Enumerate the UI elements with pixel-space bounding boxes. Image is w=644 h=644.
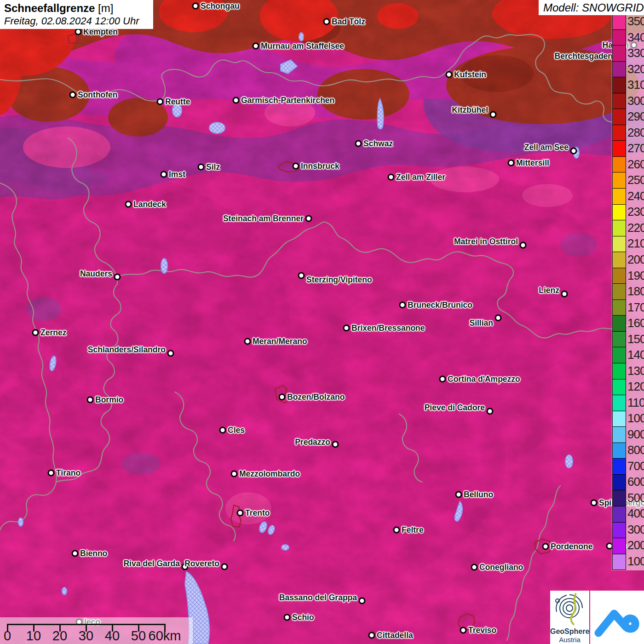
colorbar-value-1000: 1000 (627, 410, 644, 426)
city-dot-sterzing-vipiteno (298, 272, 305, 279)
city-label-conegliano: Conegliano (479, 563, 523, 572)
city-dot-conegliano (471, 564, 478, 571)
colorbar-segment-3100 (613, 77, 626, 93)
colorbar-value-3100: 3100 (627, 77, 644, 93)
colorbar-segment-600 (613, 474, 626, 490)
city-dot-belluno (455, 491, 462, 498)
city-dot-schongau (192, 3, 199, 10)
city-label-kufstein: Kufstein (454, 70, 486, 80)
colorbar-segment-2600 (613, 156, 626, 172)
title-box: Schneefallgrenze [m] Freitag, 02.08.2024… (0, 0, 153, 29)
city-dot-treviso (460, 627, 467, 634)
city-dot-spilimbergo (591, 500, 598, 506)
colorbar-segment-1800 (613, 283, 626, 299)
city-dot-mittersill (508, 160, 515, 167)
colorbar-value-1300: 1300 (627, 362, 644, 379)
city-dot-trento (237, 510, 244, 517)
city-label-cittadella: Cittadella (377, 631, 413, 640)
colorbar-segment-2000 (613, 252, 626, 268)
city-label-rovereto: Rovereto (184, 559, 219, 569)
colorbar-value-400: 400 (627, 506, 644, 522)
city-label-cles: Cles (228, 426, 245, 435)
city-label-nauders: Nauders (80, 269, 112, 279)
colorbar-segment-2200 (613, 220, 626, 236)
city-label-silz: Silz (206, 162, 220, 172)
city-label-feltre: Feltre (402, 525, 424, 535)
city-label-kitzb-hel: Kitzbühel (452, 105, 488, 115)
city-label-matrei-in-osttirol: Matrei in Osttirol (454, 237, 518, 247)
city-dot-matrei-in-osttirol (520, 242, 527, 249)
colorbar-value-3300: 3300 (627, 45, 644, 61)
city-dot-garmisch-partenkirchen (233, 97, 240, 104)
city-label-sonthofen: Sonthofen (78, 90, 118, 100)
colorbar-value-1600: 1600 (627, 315, 644, 331)
city-label-pordenone: Pordenone (551, 542, 592, 552)
colorbar-value-1100: 1100 (627, 394, 644, 410)
city-dot-mezzolombardo (231, 471, 238, 477)
colorbar-segment-1100 (613, 395, 626, 411)
city-dot-bad-t-lz (323, 18, 330, 25)
city-dot-murnau-am-staffelsee (253, 43, 259, 50)
colorbar-segment-3500 (613, 14, 626, 29)
colorbar-segment-100 (613, 554, 626, 570)
city-label-murnau-am-staffelsee: Murnau am Staffelsee (261, 41, 344, 51)
colorbar-value-900: 900 (627, 426, 644, 442)
geosphere-country-text: Austria (550, 636, 589, 644)
city-label-treviso: Treviso (468, 626, 496, 635)
city-dot-bormio (87, 397, 94, 403)
city-label-predazzo: Predazzo (295, 437, 330, 447)
city-dot-schlanders-silandro (167, 350, 174, 357)
city-dot-bruneck-brunico (399, 302, 406, 309)
city-dot-zell-am-ziller (388, 174, 395, 181)
city-dot-schio (284, 614, 291, 621)
colorbar-value-1800: 1800 (627, 283, 644, 299)
colorbar-segment-2500 (613, 172, 626, 188)
model-label: Modell: SNOWGRID (539, 0, 644, 15)
city-label-schongau: Schongau (201, 1, 240, 11)
colorbar-value-1700: 1700 (627, 299, 644, 315)
city-dot-cittadella (368, 632, 375, 639)
city-label-bozen-bolzano: Bozen/Bolzano (287, 392, 345, 402)
colorbar-value-2700: 2700 (627, 140, 644, 156)
city-dot-cles (219, 427, 226, 434)
colorbar-segment-1500 (613, 331, 626, 347)
map-datetime: Freitag, 02.08.2024 12:00 Uhr (4, 15, 153, 27)
city-label-schlanders-silandro: Schlanders/Silandro (88, 345, 166, 355)
city-label-steinach-am-brenner: Steinach am Brenner (223, 214, 304, 224)
colorbar-segment-2400 (613, 188, 626, 204)
colorbar-segment-1600 (613, 315, 626, 331)
geosphere-logo-icon (550, 591, 589, 627)
city-label-zernez: Zernez (40, 328, 66, 338)
city-dot-meran-merano (244, 338, 251, 345)
colorbar-value-2800: 2800 (627, 125, 644, 141)
city-label-garmisch-partenkirchen: Garmisch-Partenkirchen (241, 96, 334, 105)
scalebar-number-60km: 60km (139, 628, 190, 644)
colorbar-segment-1900 (613, 268, 626, 284)
city-label-bad-t-lz: Bad Tölz (332, 17, 365, 27)
avalanche-logo-box (590, 591, 644, 644)
colorbar-segment-300 (613, 522, 626, 538)
city-dot-kufstein (446, 71, 453, 78)
city-dot-sillian (495, 315, 502, 322)
city-dot-zell-am-see (570, 148, 577, 155)
colorbar-value-2600: 2600 (627, 156, 644, 172)
city-label-sillian: Sillian (469, 318, 493, 328)
colorbar-value-100: 100 (627, 553, 644, 569)
city-label-landeck: Landeck (133, 200, 166, 209)
city-label-zell-am-ziller: Zell am Ziller (396, 172, 445, 182)
city-dot-kitzb-hel (490, 111, 497, 118)
colorbar-cells (612, 13, 626, 570)
city-dot-tirano (48, 470, 55, 477)
city-label-bienno: Bienno (80, 549, 107, 558)
geosphere-org-text: GeoSphere (550, 627, 589, 636)
city-dot-lienz (561, 291, 568, 298)
city-label-zell-am-see: Zell am See (524, 143, 569, 152)
colorbar-value-1400: 1400 (627, 347, 644, 363)
city-dot-brixen-bressanone (343, 325, 350, 332)
city-dot-steinach-am-brenner (305, 215, 312, 222)
city-dot-sonthofen (69, 92, 76, 98)
colorbar-segment-400 (613, 506, 626, 522)
mountain-arrow-logo-icon (590, 591, 644, 644)
city-label-mezzolombardo: Mezzolombardo (239, 469, 300, 479)
colorbar-segment-2900 (613, 109, 626, 125)
